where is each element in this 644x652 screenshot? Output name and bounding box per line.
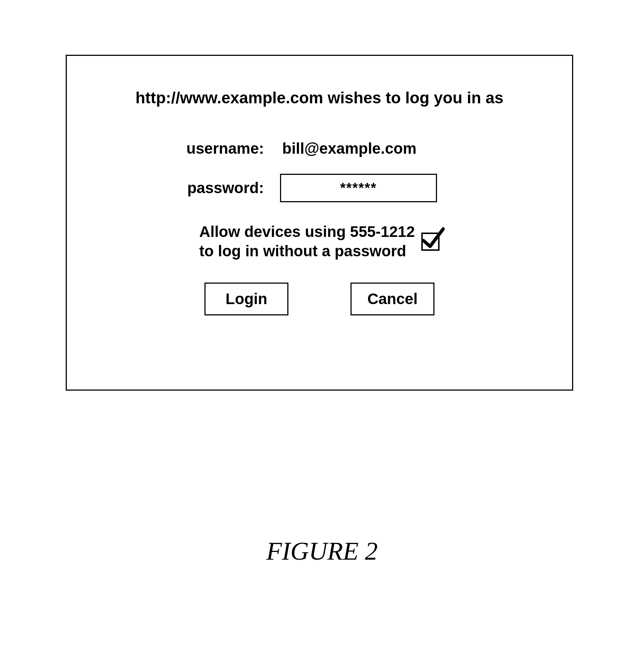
cancel-button[interactable]: Cancel: [350, 283, 434, 315]
password-label: password:: [89, 179, 282, 197]
allow-devices-label: Allow devices using 555-1212 to log in w…: [199, 222, 415, 261]
login-button[interactable]: Login: [204, 283, 288, 315]
dialog-prompt: http://www.example.com wishes to log you…: [89, 89, 550, 107]
password-row: password:: [89, 174, 550, 202]
allow-line-1: Allow devices using 555-1212: [199, 223, 415, 240]
allow-devices-row: Allow devices using 555-1212 to log in w…: [89, 222, 550, 261]
checkbox-box-icon: [421, 233, 440, 251]
login-dialog: http://www.example.com wishes to log you…: [66, 55, 573, 391]
button-row: Login Cancel: [89, 283, 550, 315]
password-field[interactable]: [280, 174, 437, 202]
allow-line-2: to log in without a password: [199, 242, 406, 260]
figure-caption: FIGURE 2: [0, 537, 644, 566]
username-row: username: bill@example.com: [89, 140, 550, 157]
username-value: bill@example.com: [282, 140, 417, 157]
allow-devices-checkbox[interactable]: [421, 233, 440, 251]
username-label: username:: [89, 140, 282, 157]
